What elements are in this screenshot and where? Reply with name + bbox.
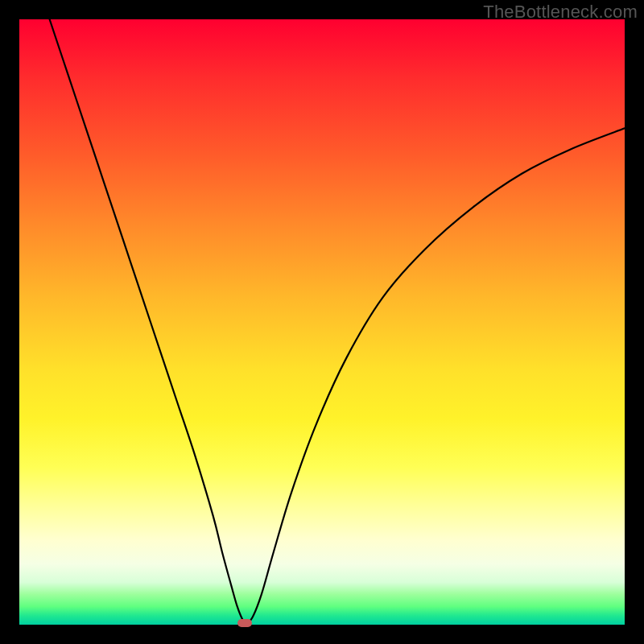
plot-area bbox=[19, 19, 625, 625]
optimum-marker bbox=[237, 619, 252, 627]
watermark-label: TheBottleneck.com bbox=[483, 2, 638, 23]
chart-container: TheBottleneck.com bbox=[0, 0, 644, 644]
bottleneck-curve bbox=[19, 19, 625, 625]
